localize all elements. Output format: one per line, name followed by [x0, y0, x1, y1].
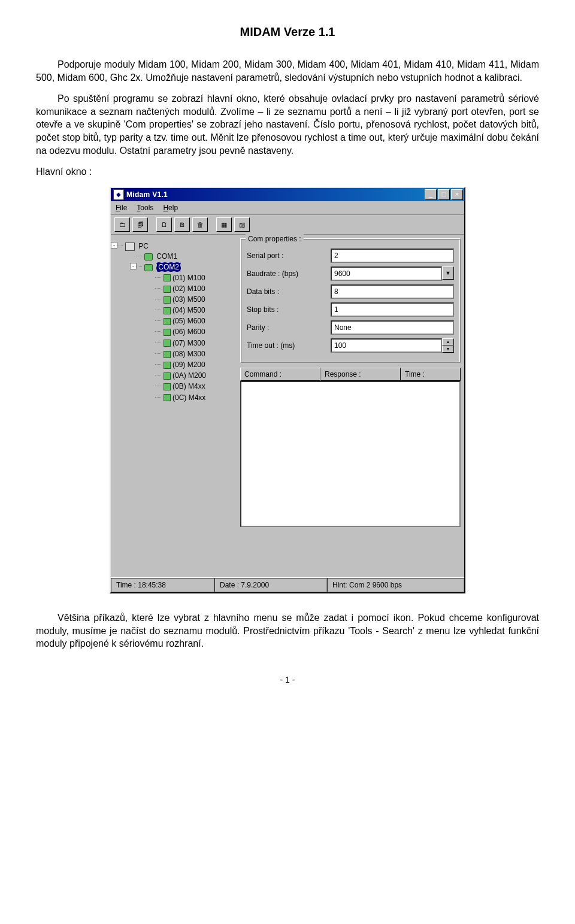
module-icon	[164, 296, 171, 304]
paragraph-intro-1: Podporuje moduly Midam 100, Midam 200, M…	[36, 58, 539, 84]
baudrate-dropdown-button[interactable]: ▼	[442, 266, 454, 280]
module-label: (0C) M4xx	[172, 393, 205, 402]
module-icon	[164, 286, 171, 293]
port-icon	[144, 264, 153, 271]
tree-com1-label: COM1	[156, 252, 177, 260]
module-label: (04) M500	[172, 306, 205, 314]
close-button[interactable]: ×	[451, 189, 463, 200]
com-properties-legend: Com properties :	[246, 234, 304, 244]
tree-root-pc[interactable]: - PC COM1 - COM2 (01) M100	[117, 241, 235, 404]
module-icon	[164, 329, 171, 336]
titlebar: ◆ Midam V1.1 _ □ ×	[111, 188, 464, 201]
menu-file[interactable]: File	[116, 203, 127, 213]
status-bar: Time : 18:45:38 Date : 7.9.2000 Hint: Co…	[111, 577, 464, 592]
tree-module[interactable]: (03) M500	[155, 294, 235, 305]
module-icon	[164, 362, 171, 369]
stopbits-field[interactable]: 1	[331, 302, 454, 317]
col-time[interactable]: Time :	[401, 368, 461, 381]
tree-com2-label: COM2	[156, 262, 181, 272]
expander-icon[interactable]: -	[130, 263, 137, 269]
serial-port-label: Serial port :	[247, 251, 331, 260]
module-icon	[164, 351, 171, 358]
module-label: (09) M200	[172, 360, 205, 369]
stopbits-label: Stop bits :	[247, 305, 331, 314]
module-icon	[164, 394, 171, 401]
module-icon	[164, 318, 171, 325]
document-title: MIDAM Verze 1.1	[36, 24, 539, 40]
maximize-button[interactable]: □	[438, 189, 450, 200]
toolbar-btn-1[interactable]: 🗀	[114, 217, 130, 232]
timeout-field[interactable]: 100	[331, 338, 442, 353]
tree-module[interactable]: (04) M500	[155, 305, 235, 316]
module-label: (05) M600	[172, 317, 205, 325]
databits-field[interactable]: 8	[331, 284, 454, 299]
tree-item-com2[interactable]: - COM2 (01) M100 (02) M100 (03) M500 (04…	[136, 262, 235, 403]
databits-label: Data bits :	[247, 287, 331, 296]
module-icon	[164, 372, 171, 380]
module-label: (0A) M200	[172, 371, 206, 380]
toolbar-btn-5[interactable]: 🗑	[192, 217, 208, 232]
timeout-spin-up[interactable]: ▲	[442, 338, 454, 346]
status-date: Date : 7.9.2000	[214, 578, 327, 592]
timeout-spin-down[interactable]: ▼	[442, 346, 454, 353]
tree-module[interactable]: (0A) M200	[155, 370, 235, 381]
expander-icon[interactable]: -	[111, 242, 117, 249]
tree-module[interactable]: (01) M100	[155, 272, 235, 283]
page-number: - 1 -	[36, 674, 539, 686]
status-hint: Hint: Com 2 9600 bps	[327, 578, 464, 592]
module-label: (01) M100	[172, 274, 205, 282]
module-label: (03) M500	[172, 295, 205, 304]
tree-module[interactable]: (09) M200	[155, 359, 235, 370]
col-response[interactable]: Response :	[320, 368, 401, 381]
minimize-button[interactable]: _	[425, 189, 437, 200]
menu-tools[interactable]: Tools	[137, 203, 153, 213]
module-label: (02) M100	[172, 284, 205, 293]
baudrate-label: Baudrate : (bps)	[247, 269, 331, 278]
app-window: ◆ Midam V1.1 _ □ × File Tools Help 🗀 🗐 🗋…	[110, 187, 465, 593]
module-icon	[164, 383, 171, 390]
serial-port-field[interactable]: 2	[331, 249, 454, 263]
window-title: Midam V1.1	[126, 190, 425, 199]
command-log-group: Command : Response : Time :	[240, 368, 461, 527]
command-log-list[interactable]	[240, 381, 461, 527]
baudrate-field[interactable]: 9600	[331, 266, 442, 281]
menu-help[interactable]: Help	[163, 203, 178, 213]
tree-module[interactable]: (07) M300	[155, 338, 235, 349]
toolbar-btn-2[interactable]: 🗐	[132, 217, 148, 232]
tree-module[interactable]: (06) M600	[155, 326, 235, 337]
module-label: (07) M300	[172, 339, 205, 347]
parity-field[interactable]: None	[331, 320, 454, 335]
toolbar-btn-4[interactable]: 🗎	[174, 217, 190, 232]
tree-item-com1[interactable]: COM1	[136, 251, 235, 262]
parity-label: Parity :	[247, 323, 331, 332]
tree-root-label: PC	[138, 242, 149, 250]
menu-bar: File Tools Help	[111, 201, 464, 215]
tree-module[interactable]: (02) M100	[155, 283, 235, 294]
pc-icon	[125, 243, 135, 251]
paragraph-intro-2: Po spuštění programu se zobrazí hlavní o…	[36, 92, 539, 157]
module-icon	[164, 274, 171, 281]
port-icon	[144, 253, 153, 260]
toolbar-btn-3[interactable]: 🗋	[156, 217, 172, 232]
app-icon: ◆	[113, 189, 124, 200]
tree-module[interactable]: (05) M600	[155, 316, 235, 326]
toolbar-btn-6[interactable]: ▦	[216, 217, 232, 232]
module-label: (08) M300	[172, 350, 205, 358]
module-icon	[164, 340, 171, 347]
com-properties-group: Com properties : Serial port : 2 Baudrat…	[240, 238, 461, 363]
module-label: (0B) M4xx	[172, 382, 205, 390]
tree-module[interactable]: (0C) M4xx	[155, 392, 235, 403]
toolbar: 🗀 🗐 🗋 🗎 🗑 ▦ ▨	[111, 215, 464, 235]
tree-module[interactable]: (0B) M4xx	[155, 381, 235, 392]
module-label: (06) M600	[172, 328, 205, 336]
tree-module[interactable]: (08) M300	[155, 349, 235, 359]
toolbar-btn-7[interactable]: ▨	[234, 217, 250, 232]
main-window-label: Hlavní okno :	[36, 165, 539, 178]
status-time: Time : 18:45:38	[111, 578, 214, 592]
module-icon	[164, 307, 171, 314]
timeout-label: Time out : (ms)	[247, 341, 331, 350]
paragraph-footer: Většina příkazů, které lze vybrat z hlav…	[36, 611, 539, 650]
col-command[interactable]: Command :	[240, 368, 320, 381]
module-tree: - PC COM1 - COM2 (01) M100	[114, 238, 237, 574]
